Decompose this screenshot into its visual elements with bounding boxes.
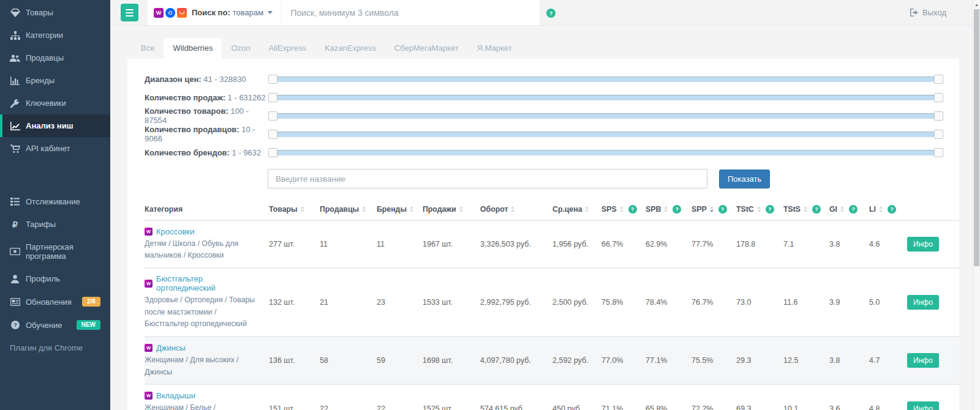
sidebar-item-keywords[interactable]: Ключевики: [0, 92, 110, 114]
sort-icon[interactable]: [459, 206, 463, 212]
sidebar-item-tracking[interactable]: Отслеживание: [0, 190, 110, 213]
info-button[interactable]: Инфо: [907, 401, 939, 410]
menu-toggle-button[interactable]: [121, 4, 138, 21]
column-help-icon[interactable]: ?: [628, 205, 637, 214]
sort-icon[interactable]: [620, 206, 624, 212]
brands-cell: 22: [377, 384, 423, 410]
search-scope-dropdown[interactable]: W O Поиск по: товарам: [148, 0, 282, 25]
column-header[interactable]: Бренды: [377, 198, 423, 220]
column-label: LI: [869, 205, 876, 214]
marketplace-tab[interactable]: Wildberries: [164, 38, 222, 59]
scrollbar-thumb[interactable]: [974, 9, 979, 266]
category-link[interactable]: WКроссовки: [145, 227, 194, 236]
category-name-input[interactable]: [268, 169, 707, 188]
column-header[interactable]: SPS?: [601, 198, 646, 220]
sidebar-item-profile[interactable]: Профиль: [0, 267, 110, 290]
logout-button[interactable]: Выход: [910, 0, 946, 25]
column-help-icon[interactable]: ?: [849, 205, 858, 214]
column-header[interactable]: Оборот: [480, 198, 552, 220]
sidebar-item-categories[interactable]: Категории: [0, 24, 110, 47]
info-button[interactable]: Инфо: [907, 295, 939, 310]
sort-icon[interactable]: [879, 206, 883, 212]
column-header[interactable]: [907, 198, 959, 220]
page-scrollbar[interactable]: ▲: [973, 0, 980, 410]
marketplace-tab[interactable]: Я.Маркет: [468, 38, 521, 59]
marketplace-tab[interactable]: Все: [132, 38, 164, 59]
scroll-up-arrow[interactable]: ▲: [973, 0, 980, 9]
marketplace-tab[interactable]: KazanExpress: [315, 38, 385, 59]
filter-range-value: 1 - 631262: [228, 93, 266, 102]
show-button[interactable]: Показать: [719, 170, 770, 188]
column-help-icon[interactable]: ?: [673, 205, 681, 214]
column-header[interactable]: Продавцы: [320, 198, 377, 220]
category-link[interactable]: WБюстгальтер ортопедический: [145, 274, 264, 293]
slider-handle-max[interactable]: [934, 148, 943, 157]
slider-handle-min[interactable]: [268, 111, 277, 121]
column-header[interactable]: LI?: [869, 198, 907, 220]
column-header[interactable]: SPB?: [646, 198, 692, 220]
slider-handle-max[interactable]: [934, 111, 943, 121]
column-help-icon[interactable]: ?: [718, 205, 727, 214]
sidebar-item-chrome-plugin[interactable]: Плагин для Chrome: [0, 337, 110, 359]
column-header[interactable]: Ср.цена: [552, 198, 601, 220]
column-header[interactable]: Категория: [145, 198, 269, 220]
sort-icon[interactable]: [710, 206, 714, 212]
sort-icon[interactable]: [410, 206, 413, 212]
range-slider[interactable]: [269, 150, 943, 155]
range-slider[interactable]: [269, 95, 943, 100]
sort-icon[interactable]: [840, 206, 844, 212]
sort-icon[interactable]: [757, 206, 761, 212]
sort-icon[interactable]: [804, 206, 807, 212]
slider-handle-max[interactable]: [934, 93, 943, 102]
slider-handle-min[interactable]: [268, 148, 277, 157]
slider-handle-max[interactable]: [934, 75, 943, 84]
marketplace-tab[interactable]: Ozon: [222, 38, 259, 59]
info-button[interactable]: Инфо: [907, 237, 939, 252]
filters-block: Диапазон цен: 41 - 328830 Количество про…: [136, 70, 951, 162]
user-icon: [10, 274, 20, 283]
sidebar-item-partner-program[interactable]: Партнерская программа: [0, 236, 110, 267]
categories-table: Категория Товары Продавцы Бренды Продажи…: [145, 198, 959, 410]
wildberries-icon: W: [145, 344, 153, 352]
sidebar-item-brands[interactable]: Бренды: [0, 69, 110, 92]
column-header[interactable]: SPP?: [692, 198, 736, 220]
sidebar-item-api-cabinet[interactable]: API кабинет: [0, 137, 110, 160]
sort-icon[interactable]: [511, 206, 514, 212]
column-header[interactable]: GI?: [829, 198, 869, 220]
category-link[interactable]: WВкладыши: [145, 391, 195, 400]
category-link[interactable]: WДжинсы: [145, 343, 186, 352]
sidebar-item-education[interactable]: ? Обучение NEW: [0, 313, 110, 337]
sort-icon[interactable]: [301, 206, 304, 212]
column-header[interactable]: TStS?: [783, 198, 829, 220]
column-header[interactable]: Продажи: [423, 198, 480, 220]
sign-out-icon: [910, 9, 919, 17]
sales-cell: 1525 шт.: [423, 384, 480, 410]
sidebar-item-products[interactable]: Товары: [0, 1, 110, 24]
tab-label: Все: [141, 43, 154, 53]
range-slider[interactable]: [269, 76, 943, 82]
slider-handle-min[interactable]: [268, 130, 277, 139]
slider-handle-max[interactable]: [934, 130, 943, 139]
global-search-input[interactable]: [282, 0, 540, 25]
slider-handle-min[interactable]: [268, 93, 277, 102]
sidebar-item-tariffs[interactable]: ₽ Тарифы: [0, 213, 110, 236]
sidebar-item-sellers[interactable]: Продавцы: [0, 47, 110, 69]
sort-icon[interactable]: [362, 206, 366, 212]
range-slider[interactable]: [269, 113, 943, 119]
column-header[interactable]: TStC?: [736, 198, 783, 220]
column-help-icon[interactable]: ?: [888, 205, 896, 214]
info-button[interactable]: Инфо: [907, 353, 939, 368]
sort-icon[interactable]: [585, 206, 589, 212]
marketplace-tab[interactable]: СберМегаМаркет: [385, 38, 468, 59]
column-help-icon[interactable]: ?: [766, 205, 774, 214]
column-help-icon[interactable]: ?: [812, 205, 821, 214]
range-slider[interactable]: [269, 132, 943, 137]
marketplace-tab[interactable]: AliExpress: [260, 38, 315, 59]
sidebar-item-niche-analysis[interactable]: Анализ ниш: [0, 114, 110, 137]
column-header[interactable]: Товары: [269, 198, 320, 220]
sidebar-item-label: Партнерская программа: [26, 242, 100, 261]
sidebar-item-updates[interactable]: Обновления 2/6: [0, 290, 110, 313]
sort-icon[interactable]: [664, 206, 668, 212]
slider-handle-min[interactable]: [268, 75, 277, 84]
search-help-icon[interactable]: ?: [546, 9, 556, 18]
